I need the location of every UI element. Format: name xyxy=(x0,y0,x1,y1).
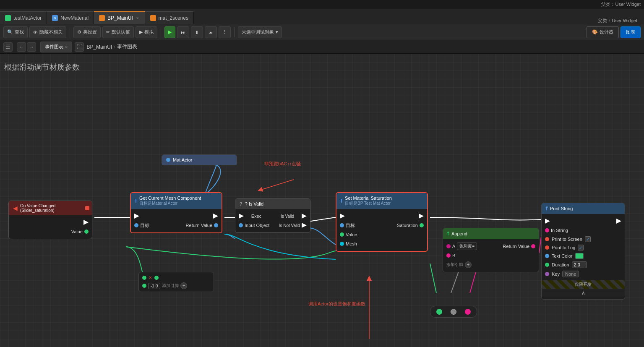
get-mesh-exec-out[interactable] xyxy=(213,214,218,219)
node-mat-actor[interactable]: Mat Actor xyxy=(162,154,237,165)
ps-duration-pin[interactable] xyxy=(545,263,549,267)
ps-collapse-button[interactable]: ∧ xyxy=(542,289,625,297)
tab-newmaterial[interactable]: N NewMaterial xyxy=(47,11,94,24)
ps-in-string-pin[interactable] xyxy=(545,228,549,232)
return-out-pin[interactable] xyxy=(214,223,218,227)
design-icon: 🎨 xyxy=(592,29,598,35)
node-on-value-changed[interactable]: ◀ On Value Changed (Slider_saturation) V… xyxy=(8,201,92,239)
text-color-swatch[interactable] xyxy=(575,253,584,259)
mat-actor-output-pin[interactable] xyxy=(166,158,170,162)
value-label-sm: Value xyxy=(346,232,357,237)
sm-target-in[interactable] xyxy=(340,223,344,227)
add-pin-button[interactable]: + xyxy=(465,261,472,268)
pause-button[interactable]: ⏸ xyxy=(191,26,203,38)
ps-print-to-log-checkbox[interactable] xyxy=(578,245,584,250)
ps-duration-row: Duration xyxy=(542,260,625,269)
math-pin-left-bot[interactable] xyxy=(142,284,146,288)
step-icon: ⏭ xyxy=(181,30,185,35)
mesh-pin[interactable] xyxy=(340,242,344,246)
connector-dot-pink[interactable] xyxy=(465,309,471,315)
tab-testmatactor[interactable]: testMatActor xyxy=(0,11,47,24)
forward-button[interactable]: → xyxy=(27,42,36,52)
append-addpin-row[interactable]: 添加引脚 + xyxy=(443,260,539,269)
tab-icon-bp-mainui xyxy=(99,15,105,21)
design-button[interactable]: 🎨 设计器 xyxy=(587,26,619,38)
node-is-valid-header: ? ? Is Valid xyxy=(235,199,310,209)
connector-dot-green[interactable] xyxy=(436,309,442,315)
search-button[interactable]: 🔍 查找 xyxy=(3,26,28,38)
tab-mat2scenes[interactable]: mat_2scenes xyxy=(145,11,194,24)
stop-icon: ⏶ xyxy=(209,30,213,35)
math-value[interactable]: -1.0 xyxy=(148,283,160,289)
node-set-material[interactable]: f Set Material Saturation 目标是BP Test Mat… xyxy=(336,192,428,252)
node-is-valid[interactable]: ? ? Is Valid Exec Is Valid Input Object … xyxy=(235,198,310,233)
is-valid-body: Exec Is Valid Input Object Is Not Valid xyxy=(235,209,310,232)
saturation-pin[interactable] xyxy=(420,223,424,227)
subtab-event-graph[interactable]: 事件图表 × xyxy=(40,42,72,52)
hide-label: 隐藏不相关 xyxy=(39,29,63,35)
value-in-pin-sm[interactable] xyxy=(340,232,344,237)
graph-button[interactable]: 图表 xyxy=(621,26,641,38)
tab-close-bp-mainui[interactable]: × xyxy=(136,16,140,21)
append-a-pin[interactable] xyxy=(446,244,451,248)
math-pin-right-top[interactable] xyxy=(154,276,159,280)
ps-print-to-log-row: Print to Log xyxy=(542,243,625,252)
tab-label-testmatactor: testMatActor xyxy=(13,15,42,21)
append-return-pin[interactable] xyxy=(531,244,535,248)
set-material-exec-out[interactable] xyxy=(419,214,424,219)
node-get-mesh[interactable]: f Get Current Mesh Component 目标是Material… xyxy=(130,192,222,233)
more-button[interactable]: ⋮ xyxy=(219,26,231,38)
ps-exec-in[interactable] xyxy=(545,219,550,224)
subtab-close[interactable]: × xyxy=(65,44,68,50)
bookmark-button[interactable]: ☰ xyxy=(3,42,13,52)
red-indicator xyxy=(85,206,89,210)
exec-out-pin[interactable] xyxy=(83,220,89,225)
append-b-pin[interactable] xyxy=(446,253,451,258)
simulate-button[interactable]: ▶ 模拟 xyxy=(136,26,157,38)
ps-text-color-row: Text Color xyxy=(542,252,625,260)
ps-exec-out[interactable] xyxy=(616,219,621,224)
back-button[interactable]: ← xyxy=(17,42,26,52)
is-not-valid-out[interactable] xyxy=(302,223,307,228)
tab-bp-mainui[interactable]: BP_MainUI × xyxy=(94,11,145,24)
stop-button[interactable]: ⏶ xyxy=(205,26,217,38)
math-pin-left-top[interactable] xyxy=(142,276,146,280)
add-pin-btn-math[interactable]: + xyxy=(180,282,187,289)
is-valid-exec-in[interactable] xyxy=(239,214,244,219)
ps-print-to-screen-label: Print to Screen xyxy=(552,237,582,242)
func-icon: f xyxy=(135,198,137,204)
node-append[interactable]: f Append A 饱和度= Return Value B 添加引脚 xyxy=(443,228,539,272)
ps-text-color-pin[interactable] xyxy=(545,254,549,258)
class-settings-button[interactable]: ⚙ 类设置 xyxy=(73,26,101,38)
ps-key-pin[interactable] xyxy=(545,272,549,276)
parent-class-tab: 父类：User Widget xyxy=(598,18,637,24)
default-value-button[interactable]: ✏ 默认认值 xyxy=(102,26,134,38)
ps-duration-label: Duration xyxy=(552,262,569,267)
node-small-math[interactable]: × -1.0 添加引脚 + xyxy=(138,272,214,292)
remove-pin-x[interactable]: × xyxy=(149,275,152,281)
step-button[interactable]: ⏭ xyxy=(177,26,189,38)
ps-exec-row xyxy=(542,217,625,226)
ps-print-to-screen-pin[interactable] xyxy=(545,237,549,241)
is-valid-out[interactable] xyxy=(302,214,307,219)
ps-key-value[interactable]: None xyxy=(562,271,579,277)
a-value[interactable]: 饱和度= xyxy=(457,243,477,250)
ps-duration-input[interactable] xyxy=(572,261,587,268)
target-in-pin[interactable] xyxy=(134,223,138,227)
ps-print-to-log-pin[interactable] xyxy=(545,245,549,250)
target-label: 目标 xyxy=(140,222,149,229)
play-button[interactable]: ▶ xyxy=(164,26,175,38)
input-object-pin[interactable] xyxy=(239,223,243,227)
get-mesh-exec-in[interactable] xyxy=(134,214,139,219)
canvas-area[interactable]: 根据滑动调节材质参数 xyxy=(0,54,644,347)
hide-unrelated-button[interactable]: 👁 隐藏不相关 xyxy=(29,26,66,38)
expand-button[interactable]: ⛶ xyxy=(75,42,84,52)
set-material-mesh-row: Mesh xyxy=(336,239,427,248)
set-material-exec-in[interactable] xyxy=(340,214,345,219)
ps-print-to-screen-checkbox[interactable] xyxy=(585,236,591,242)
node-print-string[interactable]: f Print String In String Print to Screen xyxy=(541,203,625,300)
value-out-pin[interactable] xyxy=(84,230,89,234)
connector-dot-gray[interactable] xyxy=(451,309,456,315)
value-node-label: Value xyxy=(71,229,83,234)
debug-dropdown[interactable]: 未选中调试对象 ▾ xyxy=(238,26,282,38)
